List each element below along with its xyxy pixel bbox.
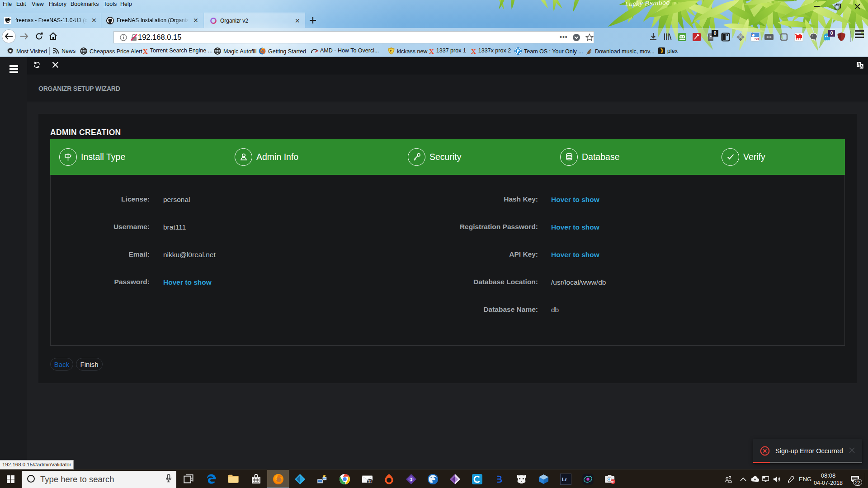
svg-text:t: t bbox=[390, 49, 392, 53]
svg-text:9+: 9+ bbox=[611, 480, 615, 484]
svg-text:31: 31 bbox=[368, 480, 373, 484]
svg-text:S3: S3 bbox=[755, 37, 759, 41]
svg-text:3: 3 bbox=[410, 477, 412, 482]
svg-text:Lr: Lr bbox=[562, 477, 567, 482]
